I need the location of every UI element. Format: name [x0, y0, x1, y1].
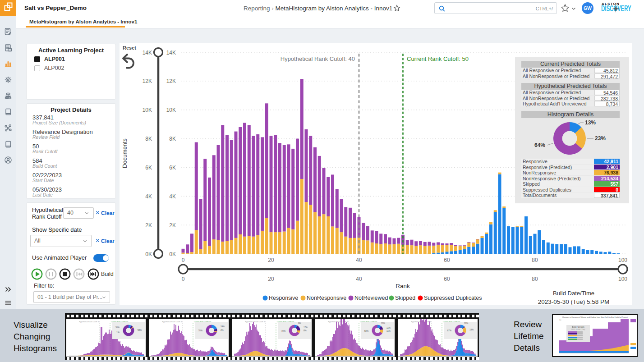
svg-text:40: 40: [356, 257, 362, 263]
svg-text:38%: 38%: [115, 326, 120, 329]
svg-text:2K: 2K: [169, 222, 176, 229]
svg-text:4K: 4K: [145, 193, 152, 200]
svg-text:Changes in Document Volume and: Changes in Document Volume and Coding fr…: [562, 316, 628, 318]
svg-text:10K: 10K: [143, 107, 152, 113]
svg-text:12K: 12K: [166, 78, 176, 84]
svg-text:Current Rank Cutoff: 50: Current Rank Cutoff: 50: [407, 55, 469, 62]
svg-text:0: 0: [182, 276, 185, 282]
svg-text:11%: 11%: [381, 322, 385, 325]
svg-text:NotReviewed: NotReviewed: [354, 295, 388, 301]
svg-text:60: 60: [444, 276, 450, 282]
svg-text:8K: 8K: [145, 136, 152, 142]
svg-text:8K: 8K: [169, 136, 176, 142]
svg-text:Build Date/Time: Build Date/Time: [553, 290, 594, 297]
svg-text:70%: 70%: [281, 330, 285, 332]
svg-text:80: 80: [532, 257, 538, 263]
svg-text:Suppressed Duplicates: Suppressed Duplicates: [424, 295, 482, 301]
svg-text:0K: 0K: [169, 251, 176, 257]
svg-text:8%: 8%: [304, 330, 307, 332]
svg-text:2023-05-30 (Tue) 5:58 PM: 2023-05-30 (Tue) 5:58 PM: [538, 298, 610, 305]
svg-text:Hypothetical Rank Cutoff: 40: Hypothetical Rank Cutoff: 40: [281, 55, 355, 62]
svg-text:12%: 12%: [464, 322, 468, 325]
svg-text:Documents: Documents: [121, 138, 128, 168]
svg-text:20: 20: [268, 276, 274, 282]
svg-text:23%: 23%: [595, 135, 606, 142]
svg-text:40: 40: [356, 276, 362, 282]
svg-text:Skipped: Skipped: [395, 295, 415, 301]
svg-text:0: 0: [182, 257, 185, 263]
svg-text:Rank: Rank: [396, 283, 410, 289]
svg-text:11%: 11%: [386, 330, 391, 332]
svg-text:18%: 18%: [469, 329, 474, 331]
svg-text:2%: 2%: [221, 329, 224, 331]
svg-text:Reset: Reset: [123, 45, 136, 50]
svg-text:Hypothetical Rank Cutoff: 40: Hypothetical Rank Cutoff: 40: [162, 321, 183, 323]
svg-text:Hypothetical Rank Cutoff: 40: Hypothetical Rank Cutoff: 40: [79, 321, 100, 323]
svg-text:64%: 64%: [534, 142, 545, 148]
svg-text:Responsive: Responsive: [269, 295, 298, 301]
svg-text:10K: 10K: [166, 107, 176, 113]
svg-text:Hypothetical Rank Cutoff: 40: Hypothetical Rank Cutoff: 40: [245, 321, 266, 323]
svg-text:13%: 13%: [585, 119, 596, 126]
svg-text:0K: 0K: [145, 251, 152, 257]
svg-text:NonResponsive: NonResponsive: [307, 295, 346, 301]
svg-text:1%: 1%: [116, 331, 120, 334]
svg-text:4K: 4K: [169, 193, 176, 200]
svg-text:58%: 58%: [138, 329, 142, 331]
svg-text:14: 14: [559, 319, 561, 321]
svg-text:12K: 12K: [143, 78, 152, 84]
svg-text:6K: 6K: [145, 165, 152, 171]
svg-text:14K: 14K: [143, 50, 152, 56]
svg-text:14K: 14K: [166, 50, 176, 56]
svg-text:70%: 70%: [198, 330, 202, 332]
svg-text:2K: 2K: [145, 222, 152, 229]
svg-text:20: 20: [268, 257, 274, 263]
svg-text:2021-11-04 (Thu): 2021-11-04 (Thu): [571, 328, 586, 330]
svg-text:17%: 17%: [304, 326, 308, 329]
svg-text:11%: 11%: [386, 327, 391, 329]
svg-text:60: 60: [444, 257, 450, 263]
svg-text:67%: 67%: [447, 330, 451, 332]
svg-text:24%: 24%: [221, 325, 225, 328]
svg-text:100: 100: [618, 257, 627, 263]
svg-text:8%: 8%: [298, 322, 301, 325]
svg-text:80: 80: [532, 276, 538, 282]
svg-text:68%: 68%: [364, 330, 368, 332]
svg-text:100: 100: [618, 276, 627, 282]
svg-text:6K: 6K: [169, 165, 176, 171]
